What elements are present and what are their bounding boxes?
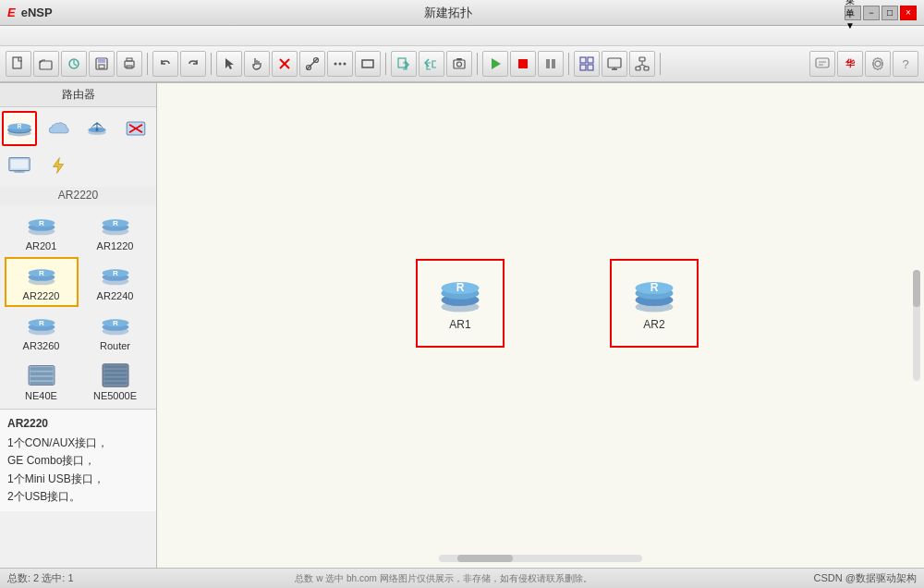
svg-rect-93	[103, 374, 127, 376]
svg-rect-25	[546, 59, 550, 68]
h-scrollbar-thumb[interactable]	[457, 555, 513, 562]
menu-btn[interactable]: 菜 单▼	[845, 6, 861, 20]
device-AR2220[interactable]: R AR2220	[5, 257, 79, 307]
desc-line2: GE Combo接口，	[7, 452, 149, 470]
toolbar-import[interactable]	[391, 51, 417, 77]
svg-rect-20	[454, 60, 465, 68]
minimize-btn[interactable]: －	[863, 6, 880, 20]
toolbar-export[interactable]	[419, 51, 444, 77]
svg-rect-94	[103, 378, 127, 381]
svg-rect-87	[30, 373, 53, 376]
title-bar: E eNSP 新建拓扑 菜 单▼ － □ ×	[0, 0, 924, 26]
status-center: 总数 w 选中 bh.com 网络图片仅供展示，非存储，如有侵权请联系删除。	[295, 572, 591, 585]
menu-bar	[0, 26, 924, 46]
svg-text:R: R	[113, 269, 118, 277]
node-AR1-box[interactable]: R AR1	[416, 259, 505, 348]
toolbar-play[interactable]	[482, 51, 508, 77]
device-Router[interactable]: R Router	[79, 307, 152, 357]
toolbar-help[interactable]: ?	[893, 51, 918, 77]
sep3	[385, 53, 386, 75]
svg-rect-0	[13, 57, 21, 68]
v-scrollbar-thumb[interactable]	[913, 270, 920, 307]
main-layout: 路由器 R	[0, 83, 924, 568]
device-AR3260[interactable]: R AR3260	[5, 307, 79, 357]
toolbar-settings[interactable]	[865, 51, 891, 77]
toolbar-hand[interactable]	[244, 51, 270, 77]
toolbar-huawei[interactable]: 华	[837, 51, 863, 77]
node-AR2[interactable]: R AR2	[610, 259, 699, 348]
sep5	[568, 53, 569, 75]
window-title: 新建拓扑	[424, 5, 472, 21]
status-csdn: CSDN @数据驱动架构	[814, 571, 917, 585]
toolbar-print[interactable]	[116, 51, 142, 77]
status-right: CSDN @数据驱动架构	[814, 571, 917, 585]
device-AR201[interactable]: R AR201	[5, 207, 79, 257]
toolbar-undo[interactable]	[152, 51, 178, 77]
toolbar-btn3[interactable]	[61, 51, 87, 77]
toolbar-monitor[interactable]	[602, 51, 627, 77]
toolbar-cursor[interactable]	[216, 51, 242, 77]
type-wireless[interactable]	[79, 111, 115, 146]
toolbar-chat[interactable]	[809, 51, 835, 77]
device-NE5000E[interactable]: NE5000E	[79, 357, 152, 407]
type-router[interactable]: R	[2, 111, 37, 146]
v-scrollbar[interactable]	[913, 270, 920, 381]
window-controls: 菜 单▼ － □ ×	[845, 6, 917, 20]
svg-text:R: R	[650, 281, 659, 294]
device-label-AR2220: AR2220	[23, 290, 60, 301]
svg-point-21	[457, 62, 462, 67]
svg-marker-60	[53, 158, 63, 174]
toolbar-save[interactable]	[89, 51, 115, 77]
svg-rect-34	[639, 57, 645, 61]
toolbar-topology[interactable]	[574, 51, 600, 77]
svg-rect-31	[608, 58, 621, 67]
toolbar-rect[interactable]	[355, 51, 381, 77]
svg-rect-5	[99, 65, 104, 68]
toolbar-dots[interactable]	[327, 51, 353, 77]
toolbar-network[interactable]	[629, 51, 655, 77]
svg-text:R: R	[39, 319, 44, 327]
toolbar-new[interactable]	[6, 51, 31, 77]
svg-marker-23	[492, 58, 501, 69]
device-AR1220[interactable]: R AR1220	[79, 207, 152, 257]
app-logo-area: E eNSP	[7, 6, 53, 19]
type-monitor[interactable]	[2, 148, 37, 183]
h-scrollbar[interactable]	[439, 555, 642, 562]
node-AR2-label: AR2	[643, 318, 664, 331]
desc-line4: 2个USB接口。	[7, 488, 149, 506]
node-AR2-box[interactable]: R AR2	[610, 259, 699, 348]
svg-rect-95	[103, 382, 127, 385]
toolbar-link[interactable]	[299, 51, 325, 77]
toolbar-screenshot[interactable]	[446, 51, 472, 77]
svg-rect-40	[816, 58, 829, 67]
toolbar-open[interactable]	[33, 51, 59, 77]
toolbar-pause[interactable]	[538, 51, 564, 77]
close-btn[interactable]: ×	[900, 6, 917, 20]
device-grid: R AR201 R AR1220 R	[0, 205, 156, 409]
svg-point-15	[334, 63, 337, 66]
type-bolt[interactable]	[41, 148, 76, 183]
svg-point-17	[344, 63, 346, 66]
canvas-area[interactable]: R AR1 R AR2	[157, 83, 924, 568]
svg-rect-1	[40, 61, 52, 69]
svg-rect-4	[98, 58, 105, 63]
toolbar: 华 ?	[0, 46, 924, 83]
svg-rect-91	[103, 366, 127, 369]
device-section-title: AR2220	[0, 187, 156, 205]
type-cloud[interactable]	[41, 111, 76, 146]
device-label-AR201: AR201	[26, 240, 57, 251]
toolbar-stop-all[interactable]	[510, 51, 536, 77]
svg-rect-7	[127, 58, 132, 61]
device-description: AR2220 1个CON/AUX接口， GE Combo接口， 1个Mini U…	[0, 409, 156, 511]
device-AR2240[interactable]: R AR2240	[79, 257, 152, 307]
svg-text:R: R	[39, 269, 44, 277]
toolbar-delete[interactable]	[272, 51, 298, 77]
svg-text:R: R	[39, 219, 44, 227]
device-NE40E[interactable]: NE40E	[5, 357, 79, 407]
desc-title: AR2220	[7, 415, 149, 433]
type-security[interactable]	[118, 111, 153, 146]
svg-rect-88	[30, 377, 53, 381]
maximize-btn[interactable]: □	[881, 6, 898, 20]
toolbar-redo[interactable]	[180, 51, 206, 77]
node-AR1[interactable]: R AR1	[416, 259, 505, 348]
